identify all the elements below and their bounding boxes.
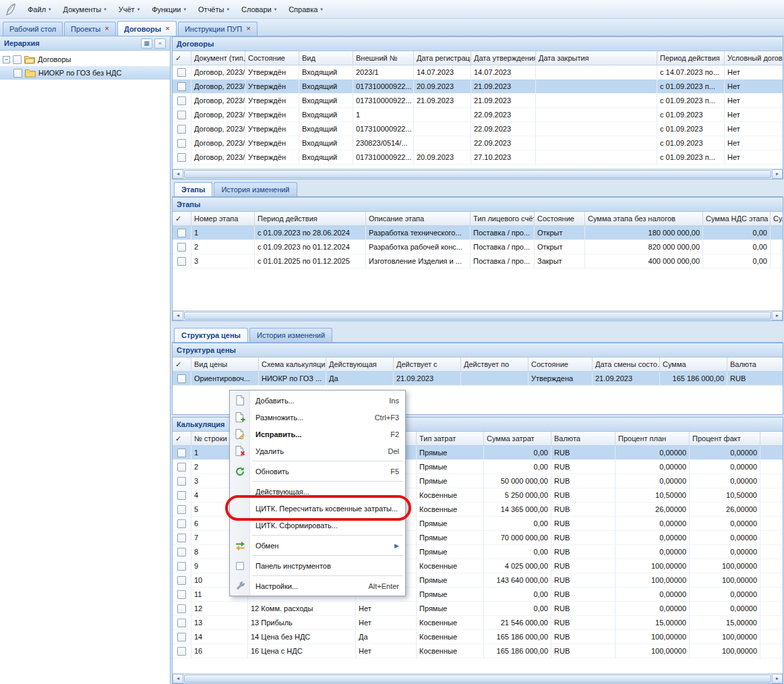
close-icon[interactable]: ✕ [165,26,170,32]
column-header-state[interactable]: Состояние [245,51,299,65]
row-checkbox[interactable] [177,68,186,77]
scroll-right-icon[interactable]: ▸ [772,674,783,683]
row-checkbox[interactable] [177,139,186,148]
row-checkbox[interactable] [177,576,186,585]
scroll-left-icon[interactable]: ◂ [173,169,183,179]
menu-item-toolbar[interactable]: Панель инструментов [230,557,405,574]
scroll-thumb[interactable] [184,312,771,320]
tab-stages-history[interactable]: История изменений [214,182,297,196]
row-checkbox[interactable] [177,111,186,119]
stage-row[interactable]: 3 с 01.01.2025 по 01.12.2025 Изготовлени… [173,254,783,268]
select-all-header[interactable]: ✓ [173,358,191,371]
column-header-percent-fact[interactable]: Процент факт [690,432,760,445]
menu-item-citk-form[interactable]: ЦИТК. Сформировать... [230,517,405,534]
collapse-sidebar-icon[interactable]: « [154,38,166,49]
menu-item-duplicate[interactable]: Размножить... Ctrl+F3 [230,409,405,426]
close-icon[interactable]: ✕ [246,26,251,32]
tab-projects[interactable]: Проекты✕ [64,22,116,36]
column-header-extra[interactable] [760,432,783,445]
column-header-currency[interactable]: Валюта [551,432,615,445]
column-header-close-date[interactable]: Дата закрытия [536,51,657,65]
column-header-state[interactable]: Состояние [535,212,585,225]
scroll-right-icon[interactable]: ▸ [772,311,783,320]
menu-documents[interactable]: Документы▾ [57,3,113,16]
menu-functions[interactable]: Функции▾ [146,3,192,16]
column-header-vat-sum[interactable]: Сумма НДС этапа [703,212,771,225]
row-checkbox[interactable] [177,477,186,486]
row-checkbox[interactable] [177,82,186,91]
row-checkbox[interactable] [177,96,186,105]
contract-row[interactable]: Договор, 2023/... Утверждён Входящий 017… [173,94,783,108]
calc-row[interactable]: 13 13 Прибыль Нет Косвенные 21 546 000,0… [173,616,783,630]
scroll-left-icon[interactable]: ◂ [173,674,183,683]
column-header-stage-no[interactable]: Номер этапа [191,212,255,225]
column-header-cost-type[interactable]: Тип затрат [417,432,484,445]
row-checkbox[interactable] [177,647,186,656]
column-header-kind[interactable]: Вид [299,51,353,65]
column-header-valid-from[interactable]: Действует с [394,358,461,371]
tab-desktop[interactable]: Рабочий стол [3,22,63,36]
row-checkbox[interactable] [177,374,186,383]
calc-hscrollbar[interactable]: ◂ ▸ [173,673,783,683]
column-header-approve-date[interactable]: Дата утверждения [471,51,536,65]
grid-settings-icon[interactable]: ▦ [141,38,152,49]
menu-help[interactable]: Справка▾ [282,3,329,16]
menu-reports[interactable]: Отчёты▾ [192,3,235,16]
tab-stages[interactable]: Этапы [174,182,212,196]
row-checkbox[interactable] [177,243,186,252]
tree-checkbox[interactable] [13,69,22,78]
column-header-active[interactable]: Действующая [326,358,394,371]
column-header-sum[interactable]: Сумма [660,358,727,371]
contract-row[interactable]: Договор, 2023/... Утверждён Входящий 230… [173,136,783,150]
stage-row[interactable]: 2 с 01.09.2023 по 01.12.2024 Разработка … [173,240,783,254]
row-checkbox[interactable] [177,153,186,162]
contract-row[interactable]: Договор, 2023/... Утверждён Входящий 017… [173,80,783,94]
stage-row[interactable]: 1 с 01.09.2023 по 28.06.2024 Разработка … [173,226,783,240]
contract-row[interactable]: Договор, 2023/... Утверждён Входящий 1 2… [173,108,783,122]
row-checkbox[interactable] [177,257,186,266]
menu-item-refresh[interactable]: Обновить F5 [230,463,405,480]
menu-accounting[interactable]: Учёт▾ [113,3,146,16]
scroll-thumb[interactable] [184,170,771,178]
calc-row[interactable]: 12 12 Комм. расходы Нет Прямые 0,00 RUB … [173,602,783,616]
contract-row[interactable]: Договор, 2023/... Утверждён Входящий 017… [173,150,783,165]
scroll-thumb[interactable] [184,675,771,683]
row-checkbox[interactable] [177,491,186,500]
row-checkbox[interactable] [177,619,186,627]
select-all-header[interactable]: ✓ [173,432,191,445]
row-checkbox[interactable] [177,449,186,457]
menu-item-active[interactable]: Действующая... [230,483,405,500]
column-header-conditional[interactable]: Условный догов [725,51,783,65]
tree-node-niokr[interactable]: НИОКР по ГОЗ без НДС [0,66,170,80]
tree-checkbox[interactable] [13,55,22,64]
menu-item-edit[interactable]: Исправить... F2 [230,426,405,443]
menu-item-add[interactable]: Добавить... Ins [230,392,405,409]
calc-row[interactable]: 14 14 Цена без НДС Да Косвенные 165 186 … [173,630,783,644]
column-header-state-change-date[interactable]: Дата смены состо... [593,358,660,371]
scroll-right-icon[interactable]: ▸ [772,169,783,179]
column-header-document[interactable]: Документ (тип, № [191,51,245,65]
select-all-header[interactable]: ✓ [173,51,191,65]
tab-contracts[interactable]: Договоры✕ [117,21,177,36]
close-icon[interactable]: ✕ [104,26,109,32]
column-header-currency[interactable]: Валюта [727,358,783,371]
menu-dictionaries[interactable]: Словари▾ [235,3,282,16]
row-checkbox[interactable] [177,534,186,542]
column-header-state[interactable]: Состояние [529,358,593,371]
column-header-valid-to[interactable]: Действует по [461,358,529,371]
calc-row[interactable]: 16 16 Цена с НДС Нет Косвенные 165 186 0… [173,644,783,658]
column-header-price-kind[interactable]: Вид цены [191,358,259,371]
row-checkbox[interactable] [177,125,186,134]
column-header-account-type[interactable]: Тип лицевого счёт [471,212,535,225]
row-checkbox[interactable] [177,519,186,528]
column-header-period[interactable]: Период действия [657,51,725,65]
menu-item-delete[interactable]: Удалить Del [230,443,405,459]
row-checkbox[interactable] [177,633,186,642]
tab-pup-instructions[interactable]: Инструкции ПУП✕ [178,22,258,36]
tree-node-contracts[interactable]: − Договоры [0,53,170,66]
tab-price-structure[interactable]: Структура цены [174,328,248,342]
column-header-external-no[interactable]: Внешний № [353,51,414,65]
menu-file[interactable]: Файл▾ [22,3,57,16]
row-checkbox[interactable] [177,505,186,514]
row-checkbox[interactable] [177,463,186,472]
